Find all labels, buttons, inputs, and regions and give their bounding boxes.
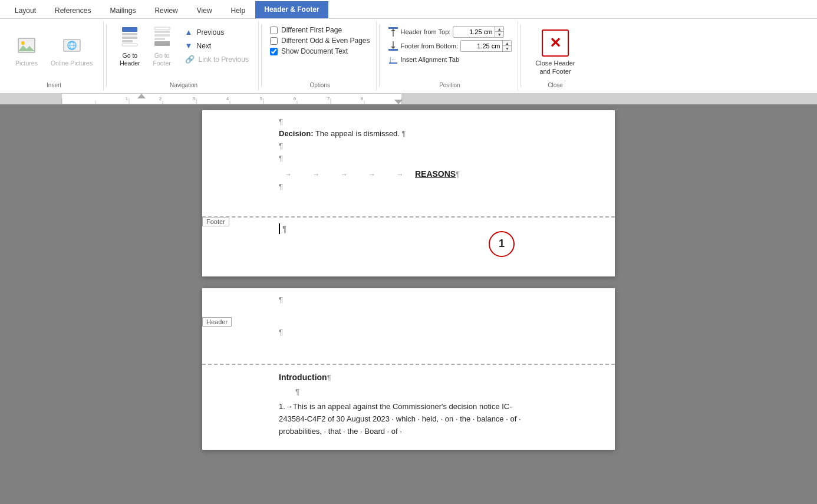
tab-mailings[interactable]: Mailings — [101, 2, 144, 18]
pictures-icon — [17, 36, 36, 58]
svg-text:7: 7 — [327, 96, 330, 101]
insert-alignment-tab-row[interactable]: |← →| Insert Alignment Tab — [388, 54, 512, 65]
tab-layout[interactable]: Layout — [6, 2, 45, 18]
footer-bottom-spin-up[interactable]: ▲ — [503, 41, 511, 46]
svg-rect-12 — [122, 40, 133, 42]
cursor — [279, 223, 280, 234]
svg-text:1: 1 — [126, 96, 129, 101]
tab-help[interactable]: Help — [222, 2, 255, 18]
header-top-icon — [388, 27, 398, 37]
page1-para-mark-4: ¶ — [279, 181, 538, 193]
different-first-label: Different First Page — [281, 26, 342, 34]
go-to-footer-icon — [153, 26, 172, 50]
position-group-content: Header from Top: ▲ ▼ — [388, 24, 512, 65]
different-odd-checkbox-row[interactable]: Different Odd & Even Pages — [270, 37, 370, 45]
page1-content-area[interactable]: ¶ Decision: The appeal is dismissed. ¶ ¶… — [202, 110, 615, 216]
ribbon-group-navigation: Go toHeader Go toFooter — [109, 21, 259, 91]
footer-from-bottom-label: Footer from Bottom: — [401, 42, 459, 50]
footer-area[interactable]: Footer ¶ 1 — [202, 216, 615, 276]
different-first-checkbox[interactable] — [270, 27, 278, 34]
svg-rect-9 — [122, 27, 137, 32]
go-to-header-icon — [120, 26, 139, 50]
show-doc-text-checkbox[interactable] — [270, 48, 278, 55]
link-to-previous-label: Link to Previous — [199, 55, 249, 64]
insert-group-content: Pictures Online Pictures — [11, 24, 97, 80]
separator-4 — [520, 25, 521, 87]
navigation-group-label: Navigation — [170, 82, 197, 88]
tab-review[interactable]: Review — [146, 2, 186, 18]
svg-rect-13 — [122, 44, 137, 46]
nav-stack-content: ▲ Previous ▼ Next 🔗 Link to Previous — [182, 24, 252, 65]
footer-bottom-input[interactable] — [461, 42, 502, 50]
svg-rect-19 — [388, 27, 398, 29]
previous-label: Previous — [196, 28, 224, 37]
header-label-tag: Header — [202, 317, 232, 327]
header-top-spin-down[interactable]: ▼ — [495, 32, 503, 37]
tab-header-footer[interactable]: Header & Footer — [255, 1, 328, 18]
link-to-previous-button[interactable]: 🔗 Link to Previous — [182, 53, 252, 65]
svg-rect-28 — [62, 94, 401, 104]
svg-rect-11 — [122, 37, 137, 39]
svg-marker-21 — [391, 29, 396, 31]
go-to-footer-button[interactable]: Go toFooter — [147, 24, 177, 69]
page1-para-mark-2: ¶ — [279, 140, 538, 153]
footer-bottom-spin-down[interactable]: ▼ — [503, 46, 511, 51]
svg-text:2: 2 — [159, 96, 162, 101]
footer-bottom-input-container: ▲ ▼ — [460, 40, 512, 52]
svg-text:5: 5 — [260, 96, 263, 101]
online-pictures-button[interactable]: Online Pictures — [46, 34, 97, 70]
page2-body[interactable]: Introduction¶ ¶ 1.→This is an appeal aga… — [202, 365, 615, 450]
document-area: ¶ Decision: The appeal is dismissed. ¶ ¶… — [0, 104, 817, 504]
svg-marker-24 — [391, 47, 396, 49]
header-top-input[interactable] — [453, 28, 495, 36]
ribbon-body: Pictures Online Pictures — [0, 19, 817, 93]
page-gap — [202, 276, 615, 288]
page2-body-text: 1.→This is an appeal against the Commiss… — [279, 401, 538, 437]
pictures-label: Pictures — [15, 60, 38, 67]
separator-2 — [261, 25, 262, 87]
pictures-button[interactable]: Pictures — [11, 34, 42, 70]
close-x-symbol: ✕ — [549, 36, 561, 50]
previous-icon: ▲ — [185, 28, 193, 37]
ribbon: Layout References Mailings Review View H… — [0, 0, 817, 94]
show-doc-text-label: Show Document Text — [281, 47, 348, 55]
svg-rect-16 — [154, 34, 170, 37]
close-header-footer-button[interactable]: ✕ Close Headerand Footer — [529, 26, 581, 80]
svg-rect-25 — [389, 62, 397, 64]
ribbon-group-position: Header from Top: ▲ ▼ — [382, 21, 519, 91]
close-group-content: ✕ Close Headerand Footer — [529, 24, 581, 80]
ribbon-group-insert: Pictures Online Pictures — [5, 21, 104, 91]
page1-para-mark-1: ¶ — [279, 116, 538, 129]
next-button[interactable]: ▼ Next — [182, 39, 252, 52]
header-area[interactable]: Header ¶ — [202, 318, 615, 365]
previous-button[interactable]: ▲ Previous — [182, 26, 252, 38]
position-group-label: Position — [439, 82, 460, 88]
header-content: ¶ — [279, 324, 538, 341]
svg-rect-15 — [154, 31, 170, 33]
page-number-circle: 1 — [489, 231, 515, 257]
header-from-top-row: Header from Top: ▲ ▼ — [388, 26, 512, 38]
next-label: Next — [196, 42, 211, 50]
svg-rect-14 — [154, 27, 170, 29]
online-pictures-label: Online Pictures — [51, 60, 93, 67]
tab-references[interactable]: References — [46, 2, 100, 18]
show-doc-text-checkbox-row[interactable]: Show Document Text — [270, 47, 370, 55]
header-top-spin: ▲ ▼ — [495, 27, 503, 37]
different-odd-checkbox[interactable] — [270, 37, 278, 45]
go-to-header-button[interactable]: Go toHeader — [115, 24, 144, 69]
options-group-content: Different First Page Different Odd & Eve… — [270, 24, 370, 55]
footer-from-bottom-row: Footer from Bottom: ▲ ▼ — [388, 40, 512, 52]
insert-alignment-label: Insert Alignment Tab — [401, 56, 459, 63]
svg-text:4: 4 — [226, 96, 229, 101]
page2-para-mark: ¶ — [295, 386, 538, 398]
tab-view[interactable]: View — [188, 2, 221, 18]
page1-decision-line: Decision: The appeal is dismissed. ¶ — [279, 128, 538, 140]
page1-reasons-line: → → → → → REASONS¶ — [279, 167, 538, 181]
different-first-checkbox-row[interactable]: Different First Page — [270, 26, 370, 34]
page1-para-mark-3: ¶ — [279, 153, 538, 165]
page2-top-area[interactable]: ¶ — [202, 288, 615, 318]
svg-text:3: 3 — [193, 96, 196, 101]
svg-text:6: 6 — [294, 96, 297, 101]
ruler: 1 2 3 4 5 6 7 8 — [0, 94, 817, 104]
header-top-spin-up[interactable]: ▲ — [495, 27, 503, 32]
